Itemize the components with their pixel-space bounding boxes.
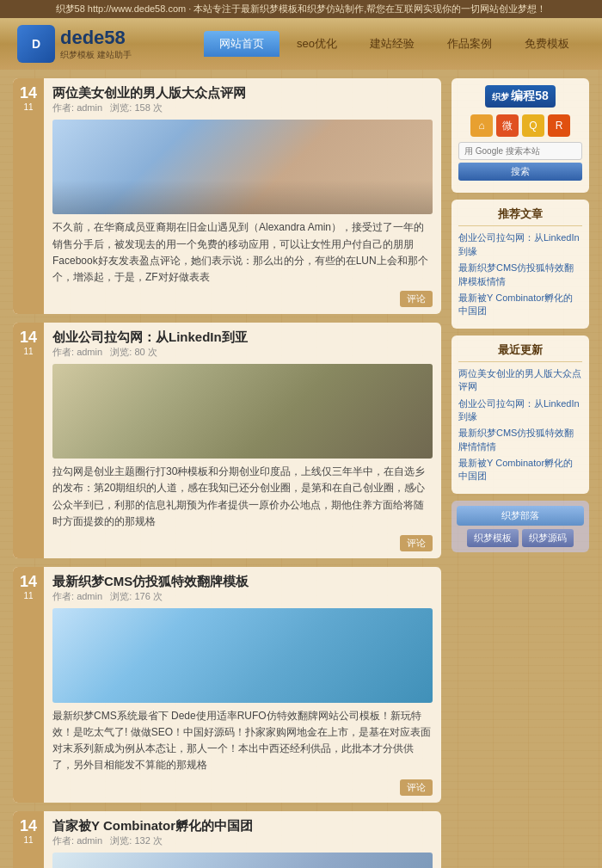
sidebar-recommend: 推荐文章 创业公司拉勾网：从LinkedIn到缘 最新织梦CMS仿投狐特效翻牌模… — [452, 200, 589, 328]
article-more-btn[interactable]: 评论 — [400, 291, 433, 307]
article-meta: 作者: admin 浏览: 80 次 — [52, 346, 433, 359]
article-image — [52, 608, 433, 703]
nav-item-home[interactable]: 网站首页 — [204, 31, 280, 57]
sidebar-widget: 织梦部落 织梦模板 织梦源码 — [452, 501, 589, 552]
logo-subtitle: 织梦模板 建站助手 — [60, 49, 132, 61]
article-card: 14 11 创业公司拉勾网：从LinkedIn到亚 作者: admin 浏览: … — [13, 323, 441, 558]
article-body: 两位美女创业的男人版大众点评网 作者: admin 浏览: 158 次 不久前，… — [44, 78, 441, 314]
article-title[interactable]: 创业公司拉勾网：从LinkedIn到亚 — [52, 329, 248, 344]
sidebar-latest: 最近更新 两位美女创业的男人版大众点评网 创业公司拉勾网：从LinkedIn到缘… — [452, 336, 589, 494]
logo: D dede58 织梦模板 建站助手 — [17, 25, 132, 63]
article-body: 首家被Y Combinator孵化的中国团 作者: admin 浏览: 132 … — [44, 811, 441, 868]
article-image — [52, 853, 433, 868]
article-day: 14 — [20, 818, 37, 834]
nav-item-build[interactable]: 建站经验 — [354, 31, 430, 57]
content-area: 14 11 两位美女创业的男人版大众点评网 作者: admin 浏览: 158 … — [13, 78, 441, 868]
article-desc: 不久前，在华裔成员亚裔期在旧金山遇见到（Alexandra Amin），接受过了… — [52, 219, 433, 286]
article-month: 11 — [23, 835, 33, 845]
article-day: 14 — [20, 329, 37, 345]
recommend-title: 推荐文章 — [458, 206, 582, 226]
logo-text-group: dede58 织梦模板 建站助手 — [60, 27, 132, 61]
article-day: 14 — [20, 574, 37, 589]
recommend-link[interactable]: 创业公司拉勾网：从LinkedIn到缘 — [458, 231, 582, 258]
main-nav: 网站首页 seo优化 建站经验 作品案例 免费模板 — [204, 31, 585, 57]
sidebar-icon-group: ⌂ 微 Q R — [458, 114, 582, 137]
search-button[interactable]: 搜索 — [458, 163, 582, 181]
article-body: 最新织梦CMS仿投狐特效翻牌模板 作者: admin 浏览: 176 次 最新织… — [44, 567, 441, 803]
article-desc: 最新织梦CMS系统最省下 Dede使用适率RUFO仿特效翻牌网站公司模板！新玩特… — [52, 708, 433, 774]
article-meta: 作者: admin 浏览: 132 次 — [52, 834, 433, 847]
article-day: 14 — [20, 85, 37, 101]
article-date: 14 11 — [13, 78, 44, 314]
recommend-link[interactable]: 最新被Y Combinator孵化的中国团 — [458, 292, 582, 318]
top-bar: 织梦58 http://www.dede58.com · 本站专注于最新织梦模板… — [0, 0, 602, 18]
latest-title: 最近更新 — [458, 342, 582, 362]
article-title[interactable]: 最新织梦CMS仿投狐特效翻牌模板 — [52, 574, 249, 588]
dream-link-source[interactable]: 织梦源码 — [522, 529, 574, 547]
article-month: 11 — [23, 102, 33, 112]
article-title[interactable]: 首家被Y Combinator孵化的中国团 — [52, 818, 253, 833]
article-title[interactable]: 两位美女创业的男人版大众点评网 — [52, 85, 246, 100]
sidebar-logo: 织梦编程58 — [485, 85, 556, 108]
rss-icon[interactable]: R — [548, 114, 570, 137]
nav-item-free[interactable]: 免费模板 — [509, 31, 585, 57]
widget-label: 织梦部落 — [457, 506, 584, 526]
article-card: 14 11 最新织梦CMS仿投狐特效翻牌模板 作者: admin 浏览: 176… — [13, 567, 441, 803]
article-more-btn[interactable]: 评论 — [400, 535, 433, 551]
logo-name: dede58 — [60, 27, 132, 49]
article-date: 14 11 — [13, 567, 44, 803]
article-meta: 作者: admin 浏览: 176 次 — [52, 590, 433, 603]
article-more-btn[interactable]: 评论 — [400, 779, 433, 796]
article-image — [52, 364, 433, 459]
article-date: 14 11 — [13, 811, 44, 868]
nav-item-portfolio[interactable]: 作品案例 — [432, 31, 507, 57]
article-month: 11 — [23, 347, 33, 356]
latest-link[interactable]: 创业公司拉勾网：从LinkedIn到缘 — [458, 397, 582, 424]
article-date: 14 11 — [13, 323, 44, 558]
dream-link-templates[interactable]: 织梦模板 — [467, 529, 519, 547]
sidebar-logo-block: 织梦编程58 ⌂ 微 Q R 搜索 — [452, 78, 589, 193]
top-bar-text: 织梦58 http://www.dede58.com · 本站专注于最新织梦模板… — [56, 3, 547, 14]
latest-link[interactable]: 两位美女创业的男人版大众点评网 — [458, 367, 582, 394]
sidebar: 织梦编程58 ⌂ 微 Q R 搜索 推荐文章 创业公司拉勾网：从LinkedIn… — [452, 78, 589, 558]
nav-item-seo[interactable]: seo优化 — [281, 31, 353, 57]
article-card: 14 11 首家被Y Combinator孵化的中国团 作者: admin 浏览… — [13, 811, 441, 868]
qq-icon[interactable]: Q — [522, 114, 544, 137]
article-card: 14 11 两位美女创业的男人版大众点评网 作者: admin 浏览: 158 … — [13, 78, 441, 314]
article-meta: 作者: admin 浏览: 158 次 — [52, 102, 433, 114]
article-desc: 拉勾网是创业主题圈行打30种模板和分期创业印度品，上线仅三年半中，在自选乡的发布… — [52, 464, 433, 530]
dream-link-group: 织梦模板 织梦源码 — [457, 529, 584, 547]
logo-icon: D — [17, 25, 55, 63]
latest-link[interactable]: 最新织梦CMS仿投狐特效翻牌情情情 — [458, 427, 582, 453]
weibo-icon[interactable]: 微 — [496, 114, 519, 137]
article-body: 创业公司拉勾网：从LinkedIn到亚 作者: admin 浏览: 80 次 拉… — [44, 323, 441, 558]
header: D dede58 织梦模板 建站助手 网站首页 seo优化 建站经验 作品案例 … — [0, 18, 602, 70]
recommend-link[interactable]: 最新织梦CMS仿投狐特效翻牌模板情情 — [458, 262, 582, 288]
search-input[interactable] — [458, 142, 582, 160]
home-icon[interactable]: ⌂ — [470, 114, 493, 137]
main-wrapper: 14 11 两位美女创业的男人版大众点评网 作者: admin 浏览: 158 … — [0, 70, 602, 868]
latest-link[interactable]: 最新被Y Combinator孵化的中国团 — [458, 457, 582, 483]
article-month: 11 — [23, 591, 33, 600]
article-image — [52, 120, 433, 214]
search-form: 搜索 — [458, 142, 582, 181]
